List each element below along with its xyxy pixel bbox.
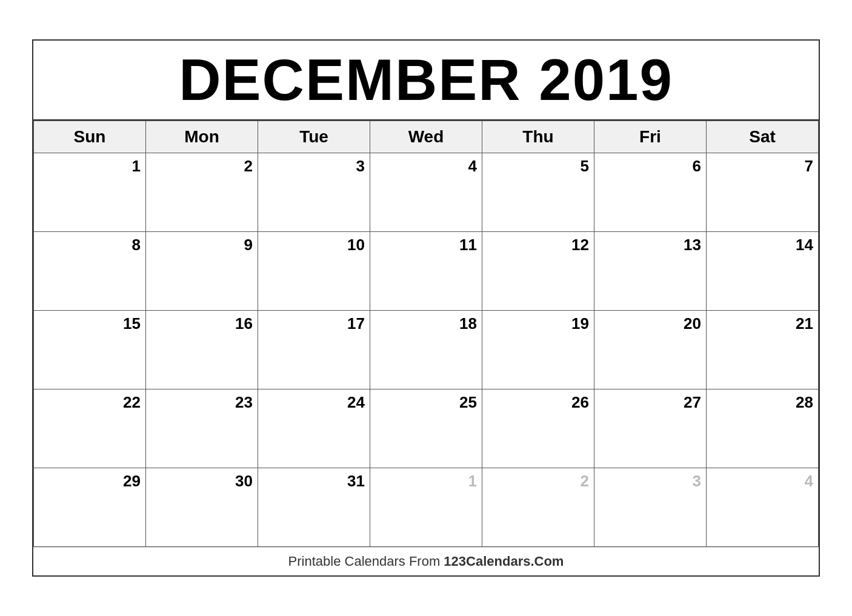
calendar-day-cell: 14 [707,232,819,311]
day-of-week-header: Mon [146,121,258,153]
calendar-day-cell: 27 [594,389,707,468]
day-of-week-header: Sat [707,121,819,153]
calendar-day-cell: 19 [482,311,594,389]
calendar-day-cell: 24 [258,389,370,468]
calendar-day-cell: 22 [34,389,146,468]
day-of-week-header: Tue [258,121,370,153]
calendar-day-cell: 13 [594,232,707,311]
calendar-day-cell: 4 [370,153,482,232]
calendar-day-cell: 16 [146,311,258,389]
calendar-day-cell: 2 [482,468,594,547]
day-of-week-header: Fri [594,121,707,153]
calendar-day-cell: 18 [370,311,482,389]
calendar-day-cell: 6 [594,153,707,232]
calendar-day-cell: 1 [34,153,146,232]
calendar-day-cell: 31 [258,468,370,547]
calendar-day-cell: 4 [707,468,819,547]
calendar-day-cell: 3 [594,468,707,547]
calendar-day-cell: 2 [146,153,258,232]
calendar-title: DECEMBER 2019 [33,41,819,121]
calendar-week-row: 22232425262728 [34,389,819,468]
footer-prefix: Printable Calendars From [288,554,444,569]
days-of-week-row: SunMonTueWedThuFriSat [34,121,819,153]
calendar-day-cell: 25 [370,389,482,468]
calendar-day-cell: 9 [146,232,258,311]
calendar-day-cell: 3 [258,153,370,232]
day-of-week-header: Thu [482,121,594,153]
calendar-week-row: 15161718192021 [34,311,819,389]
calendar-day-cell: 10 [258,232,370,311]
calendar-day-cell: 28 [707,389,819,468]
calendar-day-cell: 7 [707,153,819,232]
day-of-week-header: Sun [34,121,146,153]
day-of-week-header: Wed [370,121,482,153]
calendar-day-cell: 5 [482,153,594,232]
calendar-day-cell: 20 [594,311,707,389]
calendar-day-cell: 15 [34,311,146,389]
footer-brand: 123Calendars.Com [444,554,564,569]
calendar-day-cell: 17 [258,311,370,389]
calendar-day-cell: 8 [34,232,146,311]
calendar-week-row: 2930311234 [34,468,819,547]
calendar-week-row: 891011121314 [34,232,819,311]
calendar-day-cell: 21 [707,311,819,389]
calendar-day-cell: 26 [482,389,594,468]
calendar-day-cell: 1 [370,468,482,547]
calendar-footer: Printable Calendars From 123Calendars.Co… [33,547,819,575]
calendar-day-cell: 23 [146,389,258,468]
calendar-day-cell: 30 [146,468,258,547]
calendar-grid: SunMonTueWedThuFriSat 123456789101112131… [33,121,819,547]
calendar-container: DECEMBER 2019 SunMonTueWedThuFriSat 1234… [32,39,820,577]
calendar-day-cell: 12 [482,232,594,311]
calendar-day-cell: 11 [370,232,482,311]
calendar-day-cell: 29 [34,468,146,547]
calendar-week-row: 1234567 [34,153,819,232]
